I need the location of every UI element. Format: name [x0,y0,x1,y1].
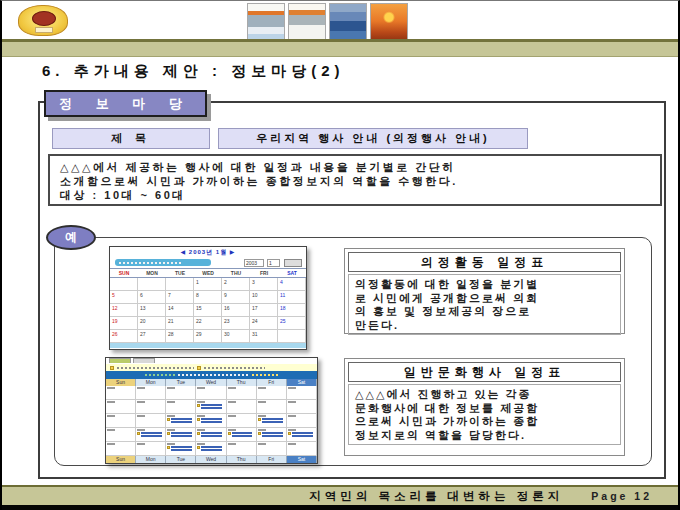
schedule-date-cell [106,414,136,428]
schedule-day-header: Fri [257,456,287,463]
calendar-go-button[interactable] [284,259,302,267]
schedule-day-header: Wed [196,379,226,386]
month-date-cell: 19 [110,317,138,330]
year-select[interactable]: 2003 [244,259,264,267]
magazine-cover-1 [247,3,285,43]
schedule-day-header-bottom: SunMonTueWedThuFriSat [106,456,317,463]
date-label-mark [197,429,205,431]
event-text-line [171,421,192,423]
event-marker-icon [197,446,200,449]
event-text-line [201,435,222,437]
schedule-date-cell [166,400,196,414]
calendar-month-label: 2003년 1월 [189,249,227,255]
schedule-date-cell [227,442,257,456]
event-text-line [201,407,222,409]
month-day-header: FRI [250,269,278,278]
event-entry [197,446,224,452]
schedule-date-cell [257,400,287,414]
schedule-legend [106,364,317,371]
schedule-date-cell [136,400,166,414]
event-entry [197,418,224,424]
month-date-cell: 6 [138,291,166,304]
event-entry [167,446,194,452]
header-text [178,374,250,376]
header-text [252,374,277,376]
schedule-grid [106,386,317,456]
date-label-mark [288,429,296,431]
next-month-icon[interactable]: ▶ [230,249,236,255]
month-date-cell: 13 [138,304,166,317]
description-box: △△△에서 제공하는 행사에 대한 일정과 내용을 분기별로 간단히 소개함으로… [48,154,662,206]
info-box-body: △△△에서 진행하고 있는 각종 문화행사에 대한 정보를 제공함 으로써 시민… [348,384,621,445]
event-text-line [171,435,192,437]
date-label-mark [288,415,296,417]
magazine-cover-4 [370,3,408,43]
event-text-line [201,449,222,451]
date-label-mark [288,443,296,445]
info-line: 문화행사에 대한 정보를 제공함 [355,402,614,416]
date-label-mark [197,443,205,445]
date-label-mark [137,387,145,389]
date-label-mark [137,443,145,445]
description-line: △△△에서 제공하는 행사에 대한 일정과 내용을 분기별로 간단히 [60,160,660,174]
schedule-date-cell [106,428,136,442]
schedule-date-cell [166,386,196,400]
schedule-day-header: Sun [106,379,136,386]
legend-marker-icon [110,366,114,370]
month-select[interactable]: 1 [267,259,280,267]
event-text-line [141,435,162,437]
schedule-day-header: Mon [136,379,166,386]
date-label-mark [167,401,175,403]
event-text-line [201,418,222,420]
event-marker-icon [197,418,200,421]
tab-month-view[interactable] [109,358,131,363]
title-bar-text [119,262,181,264]
month-date-cell: 5 [110,291,138,304]
section-header-jungbomadang: 정 보 마 당 [44,90,207,117]
date-label-mark [107,415,115,417]
month-day-header: SAT [278,269,306,278]
month-date-cell: 20 [138,317,166,330]
title-label-cell: 제 목 [52,128,210,149]
event-marker-icon [137,432,140,435]
event-entry [258,432,285,438]
example-badge: 예 [46,225,96,250]
info-box-uijeong: 의정활동 일정표 의정활동에 대한 일정을 분기별 로 시민에게 공개함으로써 … [344,248,625,334]
schedule-calendar-screenshot: SunMonTueWedThuFriSat SunMonTueWedThuFri… [105,357,318,464]
date-label-mark [197,401,205,403]
date-label-mark [288,387,296,389]
date-label-mark [107,443,115,445]
prev-month-icon[interactable]: ◀ [181,249,187,255]
month-date-cell: 4 [278,278,306,291]
date-label-mark [228,387,236,389]
event-text-line [171,446,192,448]
month-date-cell: 26 [110,330,138,343]
schedule-date-cell [257,442,287,456]
date-label-mark [167,387,175,389]
tab-list-view[interactable] [133,358,155,363]
event-entry [197,432,224,438]
info-box-body: 의정활동에 대한 일정을 분기별 로 시민에게 공개함으로써 의회 의 홍보 및… [348,274,621,335]
emblem-banner [35,27,53,33]
footer-band: 지역민의 목소리를 대변하는 정론지 Page 12 [2,485,678,505]
month-date-cell: 10 [250,291,278,304]
page-number: Page 12 [591,490,652,502]
event-text-line [262,432,283,434]
magazine-thumbnails [247,3,408,43]
month-date-cell: 28 [166,330,194,343]
event-marker-icon [258,432,261,435]
info-line: 로 시민에게 공개함으로써 의회 [355,292,614,306]
month-day-header: WED [194,269,222,278]
event-entry [258,418,285,424]
month-date-cell: 16 [222,304,250,317]
schedule-date-cell [287,386,317,400]
date-label-mark [107,387,115,389]
description-line: 대상 : 10대 ~ 60대 [60,188,660,202]
schedule-date-cell [227,414,257,428]
event-text-lines [171,418,194,424]
month-date-cell [110,278,138,291]
info-box-culture: 일반문화행사 일정표 △△△에서 진행하고 있는 각종 문화행사에 대한 정보를… [344,358,625,456]
month-day-header: TUE [166,269,194,278]
month-date-cell: 29 [194,330,222,343]
description-line: 소개함으로써 시민과 가까이하는 종합정보지의 역할을 수행한다. [60,174,660,188]
